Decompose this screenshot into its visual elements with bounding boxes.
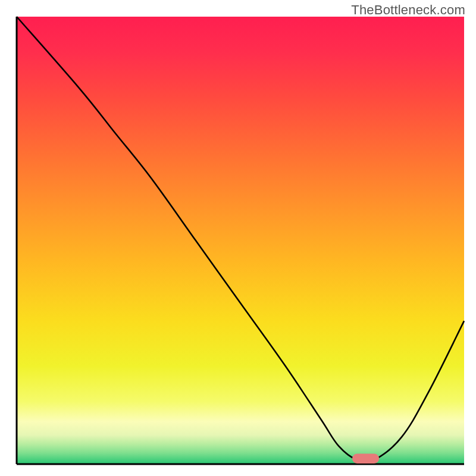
watermark-text: TheBottleneck.com <box>351 2 465 18</box>
chart-container: { "watermark": "TheBottleneck.com", "cha… <box>0 0 476 476</box>
optimal-marker <box>352 453 379 464</box>
bottleneck-chart <box>0 0 476 476</box>
plot-background <box>17 17 464 464</box>
